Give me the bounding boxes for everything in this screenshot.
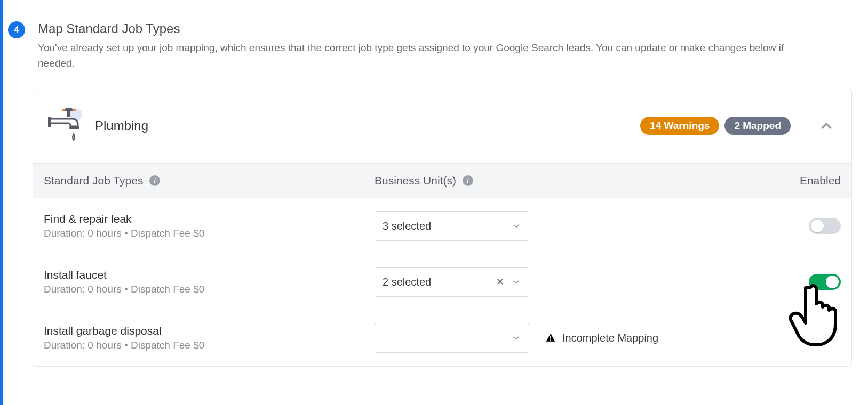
clear-icon[interactable]: ✕: [493, 276, 507, 288]
chevron-down-icon: [512, 333, 521, 343]
svg-rect-7: [550, 336, 551, 339]
table-row: Find & repair leak Duration: 0 hours • D…: [33, 198, 851, 254]
table-row: Install faucet Duration: 0 hours • Dispa…: [33, 254, 851, 310]
mapped-badge: 2 Mapped: [724, 117, 791, 135]
select-value: 2 selected: [383, 276, 489, 288]
info-icon[interactable]: i: [149, 175, 160, 186]
col-enabled-label: Enabled: [800, 174, 841, 187]
table-row: Install garbage disposal Duration: 0 hou…: [33, 310, 851, 366]
step-header: 4 Map Standard Job Types You've already …: [33, 21, 852, 71]
step-title: Map Standard Job Types: [38, 21, 852, 36]
warning-icon: [545, 333, 556, 343]
col-bu-label: Business Unit(s): [375, 174, 456, 187]
chevron-down-icon: [512, 277, 521, 287]
svg-rect-3: [73, 109, 76, 111]
warning-text: Incomplete Mapping: [562, 332, 658, 344]
svg-rect-1: [65, 108, 73, 111]
category-name: Plumbing: [95, 118, 635, 133]
job-name: Install faucet: [44, 269, 204, 281]
job-meta: Duration: 0 hours • Dispatch Fee $0: [44, 339, 204, 351]
chevron-down-icon: [512, 221, 521, 231]
job-name: Find & repair leak: [44, 213, 204, 225]
plumbing-icon: [44, 104, 92, 147]
svg-rect-2: [62, 109, 65, 111]
business-unit-select[interactable]: 2 selected ✕: [375, 267, 529, 297]
step-number-badge: 4: [8, 21, 25, 38]
select-value: 3 selected: [383, 220, 507, 232]
category-header: Plumbing 14 Warnings 2 Mapped: [33, 88, 851, 163]
collapse-toggle[interactable]: [816, 116, 837, 136]
col-job-label: Standard Job Types: [44, 174, 143, 187]
enabled-toggle[interactable]: [809, 218, 841, 234]
job-name: Install garbage disposal: [44, 325, 204, 337]
warnings-badge: 14 Warnings: [640, 117, 719, 135]
svg-rect-6: [69, 126, 79, 129]
step-panel: 4 Map Standard Job Types You've already …: [0, 0, 868, 405]
job-meta: Duration: 0 hours • Dispatch Fee $0: [44, 284, 204, 295]
category-card: Plumbing 14 Warnings 2 Mapped Standard J…: [33, 88, 852, 367]
incomplete-mapping-warning: Incomplete Mapping: [545, 332, 771, 344]
business-unit-select[interactable]: [375, 323, 529, 353]
enabled-toggle[interactable]: [809, 274, 841, 290]
step-subtitle: You've already set up your job mapping, …: [38, 40, 801, 71]
svg-rect-8: [550, 339, 551, 341]
table-header: Standard Job Types i Business Unit(s) i …: [33, 163, 851, 198]
info-icon[interactable]: i: [463, 175, 473, 186]
svg-rect-4: [67, 111, 70, 117]
svg-rect-5: [48, 117, 51, 127]
job-meta: Duration: 0 hours • Dispatch Fee $0: [44, 228, 204, 239]
business-unit-select[interactable]: 3 selected: [375, 211, 529, 241]
